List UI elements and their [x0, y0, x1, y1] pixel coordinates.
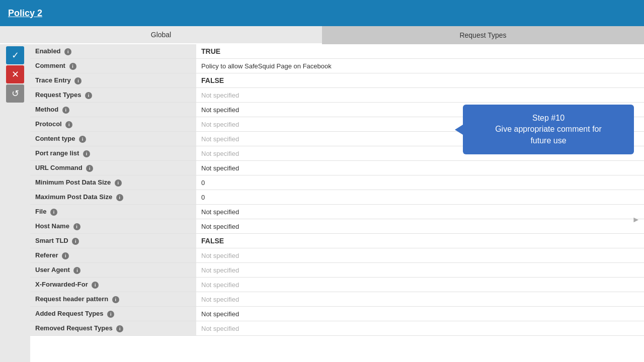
tab-request-types[interactable]: Request Types	[322, 26, 644, 44]
row-label: Method i	[30, 103, 196, 117]
info-icon[interactable]: i	[92, 282, 99, 289]
tab-bar: Global Request Types	[0, 26, 644, 44]
tooltip-callout: Step #10 Give appropriate comment forfut…	[463, 105, 634, 154]
table-row[interactable]: X-Forwarded-For iNot specified	[30, 278, 644, 292]
table-row[interactable]: User Agent iNot specified	[30, 263, 644, 278]
row-label: Request header pattern i	[30, 292, 196, 307]
row-label: Host Name i	[30, 219, 196, 234]
row-value: Policy to allow SafeSquid Page on Facebo…	[196, 59, 644, 73]
info-icon[interactable]: i	[62, 252, 69, 259]
row-label: User Agent i	[30, 263, 196, 278]
row-value: 0	[196, 175, 644, 190]
info-icon[interactable]: i	[69, 63, 76, 70]
action-sidebar: ✓ ✕ ↺	[0, 44, 30, 362]
info-icon[interactable]: i	[73, 223, 80, 230]
row-value: Not specified	[196, 307, 644, 321]
page-header: Policy 2	[0, 0, 644, 26]
row-label: Smart TLD i	[30, 234, 196, 248]
table-row[interactable]: Host Name iNot specified	[30, 219, 644, 234]
info-icon[interactable]: i	[79, 136, 86, 143]
table-row[interactable]: Minimum Post Data Size i0	[30, 175, 644, 190]
main-table: Step #10 Give appropriate comment forfut…	[30, 44, 644, 362]
row-label: Comment i	[30, 59, 196, 73]
info-icon[interactable]: i	[73, 267, 80, 274]
content-area: ✓ ✕ ↺ Step #10 Give appropriate comment …	[0, 44, 644, 362]
table-row[interactable]: Request header pattern iNot specified	[30, 292, 644, 307]
row-value: FALSE	[196, 234, 644, 248]
info-icon[interactable]: i	[107, 311, 114, 318]
row-value: Not specified	[196, 321, 644, 336]
row-label: Content type i	[30, 132, 196, 146]
row-label: Request Types i	[30, 88, 196, 103]
policy-table: Enabled iTRUEComment iPolicy to allow Sa…	[30, 44, 644, 336]
row-label: Maximum Post Data Size i	[30, 190, 196, 205]
row-value: Not specified	[196, 205, 644, 219]
table-row[interactable]: Comment iPolicy to allow SafeSquid Page …	[30, 59, 644, 73]
row-label: Referer i	[30, 248, 196, 263]
row-label: Protocol i	[30, 117, 196, 132]
tab-global[interactable]: Global	[0, 26, 322, 44]
tooltip-step: Step #10	[532, 114, 565, 122]
row-label: File i	[30, 205, 196, 219]
table-row[interactable]: Referer iNot specified	[30, 248, 644, 263]
row-value: Not specified	[196, 161, 644, 175]
info-icon[interactable]: i	[85, 92, 92, 99]
cancel-button[interactable]: ✕	[6, 65, 24, 83]
info-icon[interactable]: i	[65, 121, 72, 128]
table-row[interactable]: Smart TLD iFALSE	[30, 234, 644, 248]
info-icon[interactable]: i	[72, 238, 79, 245]
row-label: Port range list i	[30, 146, 196, 161]
page-title[interactable]: Policy 2	[8, 8, 42, 19]
table-row[interactable]: Added Request Types iNot specified	[30, 307, 644, 321]
info-icon[interactable]: i	[86, 165, 93, 172]
info-icon[interactable]: i	[74, 77, 82, 84]
row-label: Trace Entry i	[30, 73, 196, 88]
info-icon[interactable]: i	[116, 325, 123, 332]
info-icon[interactable]: i	[64, 48, 71, 55]
row-value: Not specified	[196, 248, 644, 263]
row-value: Not specified	[196, 219, 644, 234]
undo-button[interactable]: ↺	[6, 84, 24, 103]
send-icon[interactable]: ►	[632, 215, 640, 224]
row-value: 0	[196, 190, 644, 205]
table-row[interactable]: Trace Entry iFALSE	[30, 73, 644, 88]
row-label: Removed Request Types i	[30, 321, 196, 336]
row-label: X-Forwarded-For i	[30, 278, 196, 292]
row-label: URL Command i	[30, 161, 196, 175]
info-icon[interactable]: i	[115, 179, 122, 187]
row-label: Enabled i	[30, 44, 196, 59]
table-row[interactable]: Removed Request Types iNot specified	[30, 321, 644, 336]
table-row[interactable]: Enabled iTRUE	[30, 44, 644, 59]
row-label: Minimum Post Data Size i	[30, 175, 196, 190]
confirm-button[interactable]: ✓	[6, 46, 24, 64]
row-value: Not specified	[196, 292, 644, 307]
table-row[interactable]: Request Types iNot specified	[30, 88, 644, 103]
table-row[interactable]: URL Command iNot specified	[30, 161, 644, 175]
info-icon[interactable]: i	[62, 107, 69, 114]
row-value: FALSE	[196, 73, 644, 88]
info-icon[interactable]: i	[50, 209, 57, 216]
tooltip-message: Give appropriate comment forfuture use	[495, 125, 602, 144]
row-value: Not specified	[196, 278, 644, 292]
info-icon[interactable]: i	[112, 296, 119, 303]
info-icon[interactable]: i	[83, 150, 90, 157]
row-value: TRUE	[196, 44, 644, 59]
table-row[interactable]: Maximum Post Data Size i0	[30, 190, 644, 205]
table-row[interactable]: File iNot specified	[30, 205, 644, 219]
info-icon[interactable]: i	[116, 194, 123, 201]
row-value: Not specified	[196, 88, 644, 103]
row-label: Added Request Types i	[30, 307, 196, 321]
row-value: Not specified	[196, 263, 644, 278]
